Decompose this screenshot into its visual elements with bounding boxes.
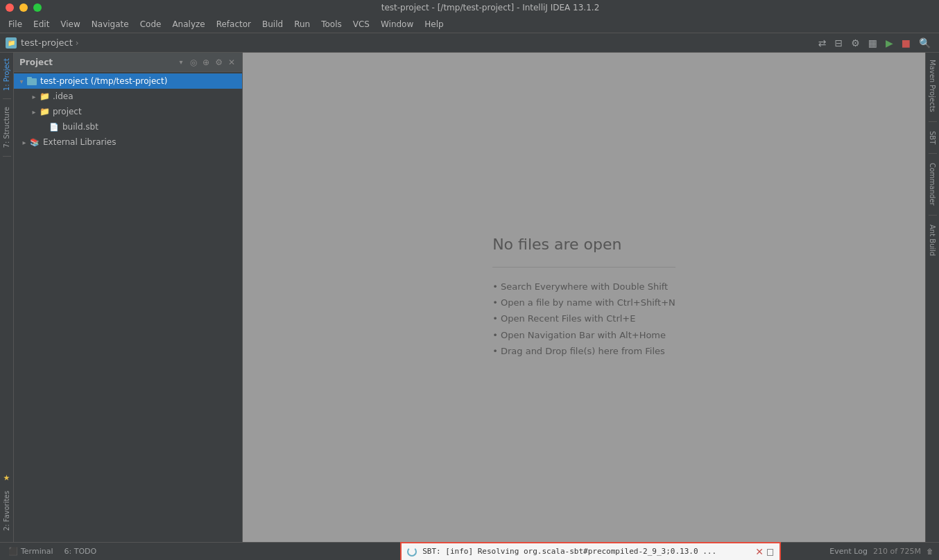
settings-toolbar-button[interactable]: ⚙ [848,36,863,50]
right-tab-commander[interactable]: Commander [927,156,938,213]
menu-analyze[interactable]: Analyze [166,18,210,30]
tree-idea-label: .idea [53,91,74,101]
panel-dropdown[interactable]: ▾ [180,58,183,66]
menu-run[interactable]: Run [288,18,316,30]
tree-project-arrow: ▸ [29,108,39,116]
menu-build[interactable]: Build [257,18,288,30]
bottom-tab-terminal[interactable]: ⬛ Terminal [3,545,59,557]
right-tab-ant[interactable]: Ant Build [927,218,938,263]
title-bar: test-project - [/tmp/test-project] - Int… [0,0,939,15]
memory-indicator[interactable]: 210 of 725M [873,547,921,556]
tree-idea-icon: 📁 [39,91,50,102]
hint-drag-drop: • Drag and Drop file(s) here from Files [492,343,665,359]
panel-title: Project [19,58,180,67]
todo-label: 6: TODO [64,547,97,556]
menu-help[interactable]: Help [419,18,449,30]
run-toolbar-button[interactable]: ▶ [883,36,896,50]
breadcrumb-arrow: › [76,38,79,48]
window-title: test-project - [/tmp/test-project] - Int… [47,3,933,12]
menu-view[interactable]: View [55,18,85,30]
tree-idea-arrow: ▸ [29,93,39,100]
project-panel-header: Project ▾ ◎ ⊕ ⚙ ✕ [14,53,242,72]
project-tree: ▾ test-project (/tmp/test-project) ▸ 📁 .… [14,72,242,542]
menu-window[interactable]: Window [375,18,419,30]
stop-toolbar-button[interactable]: ■ [899,36,913,50]
tree-extlibs-arrow: ▸ [19,139,29,146]
panel-locate-icon[interactable]: ◎ [189,57,198,68]
main-layout: 1: Project 7: Structure ★ 2: Favorites P… [0,53,939,542]
sbt-log-close-button[interactable]: ✕ [755,546,764,557]
sbt-log-expand-button[interactable]: □ [766,547,774,557]
tree-buildsbt-label: build.sbt [62,122,98,132]
right-divider-3 [929,215,937,216]
gc-icon[interactable]: 🗑 [927,548,933,555]
sidebar-tab-project[interactable]: 1: Project [1,53,12,96]
tree-root-icon [26,76,37,87]
maximize-button[interactable] [33,3,42,12]
right-tab-maven[interactable]: Maven Projects [927,53,938,119]
menu-refactor[interactable]: Refactor [211,18,257,30]
terminal-icon: ⬛ [8,547,18,556]
sidebar-tab-structure[interactable]: 7: Structure [1,101,12,153]
svg-rect-0 [27,78,37,85]
sync-toolbar-button[interactable]: ⇄ [816,36,829,50]
tree-root-label: test-project (/tmp/test-project) [40,76,167,86]
sidebar-divider-1 [3,98,11,99]
editor-area: No files are open • Search Everywhere wi… [243,53,925,542]
tree-root[interactable]: ▾ test-project (/tmp/test-project) [14,73,242,89]
sbt-log-bar: SBT: [info] Resolving org.scala-sbt#prec… [400,542,781,561]
menu-edit[interactable]: Edit [28,18,55,30]
tree-buildsbt-icon: 📄 [49,121,60,132]
favorites-star-icon: ★ [1,473,12,484]
event-log-label[interactable]: Event Log [829,547,868,556]
sbt-loading-icon [407,547,417,557]
panel-expand-icon[interactable]: ⊕ [201,57,211,68]
panel-close-icon[interactable]: ✕ [227,57,236,68]
collapse-toolbar-button[interactable]: ⊟ [832,36,845,50]
sidebar-divider-2 [3,156,11,157]
right-tab-sbt[interactable]: SBT [927,124,938,151]
menu-file[interactable]: File [3,18,28,30]
left-sidebar: 1: Project 7: Structure ★ 2: Favorites [0,53,14,542]
right-sidebar: Maven Projects SBT Commander Ant Build [925,53,939,542]
no-files-container: No files are open • Search Everywhere wi… [492,236,675,360]
tree-item-buildsbt[interactable]: 📄 build.sbt [14,119,242,134]
tree-project-icon: 📁 [39,106,50,117]
close-button[interactable] [6,3,14,12]
menu-bar: File Edit View Navigate Code Analyze Ref… [0,15,939,33]
sbt-log-text: SBT: [info] Resolving org.scala-sbt#prec… [422,547,716,556]
tree-item-idea[interactable]: ▸ 📁 .idea [14,89,242,104]
tree-extlibs-icon: 📚 [29,137,40,148]
no-files-title: No files are open [492,236,621,253]
hint-search: • Search Everywhere with Double Shift [492,279,668,295]
menu-vcs[interactable]: VCS [347,18,375,30]
bottom-bar: ⬛ Terminal 6: TODO SBT: [info] Resolving… [0,542,939,560]
menu-navigate[interactable]: Navigate [86,18,135,30]
tree-item-ext-libs[interactable]: ▸ 📚 External Libraries [14,134,242,150]
status-bar-right: Event Log 210 of 725M 🗑 [829,547,936,556]
right-divider-1 [929,121,937,122]
hint-recent-files: • Open Recent Files with Ctrl+E [492,310,635,326]
project-panel: Project ▾ ◎ ⊕ ⚙ ✕ ▾ test-project (/tmp/t… [14,53,243,542]
tree-item-project[interactable]: ▸ 📁 project [14,104,242,119]
toolbar-buttons: ⇄ ⊟ ⚙ ▦ ▶ ■ 🔍 [816,36,933,50]
tree-root-arrow: ▾ [17,78,26,85]
search-toolbar-button[interactable]: 🔍 [916,36,933,50]
svg-rect-1 [27,77,32,79]
menu-tools[interactable]: Tools [316,18,347,30]
tree-extlibs-label: External Libraries [43,137,116,147]
hint-open-file: • Open a file by name with Ctrl+Shift+N [492,295,675,310]
hint-divider [492,267,675,268]
menu-code[interactable]: Code [135,18,167,30]
minimize-button[interactable] [19,3,28,12]
breadcrumb-project[interactable]: test-project [21,37,73,48]
layout-toolbar-button[interactable]: ▦ [865,36,880,50]
bottom-tab-todo[interactable]: 6: TODO [59,545,103,557]
hint-nav-bar: • Open Navigation Bar with Alt+Home [492,327,666,343]
sidebar-tab-favorites[interactable]: 2: Favorites [1,485,12,536]
tree-project-label: project [53,107,82,116]
panel-settings-icon[interactable]: ⚙ [214,57,224,68]
breadcrumb-bar: 📁 test-project › ⇄ ⊟ ⚙ ▦ ▶ ■ 🔍 [0,33,939,53]
project-icon: 📁 [6,37,17,49]
terminal-label: Terminal [21,547,53,556]
